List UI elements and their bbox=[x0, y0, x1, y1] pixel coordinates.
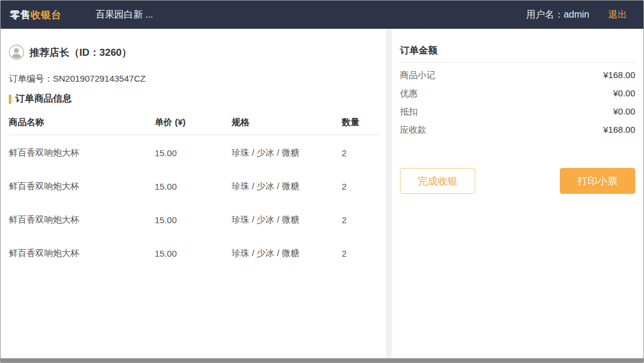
col-header-qty: 数量 bbox=[342, 117, 380, 128]
avatar-icon bbox=[9, 45, 24, 60]
item-name: 鲜百香双响炮大杯 bbox=[9, 181, 155, 192]
col-header-spec: 规格 bbox=[232, 117, 342, 128]
item-price: 15.00 bbox=[155, 215, 232, 225]
order-items-panel: 推荐店长（ID：3260） 订单编号：SN20190729143547CZ 订单… bbox=[1, 29, 386, 358]
app-title: 零售收银台 bbox=[10, 8, 62, 22]
item-spec: 珍珠 / 少冰 / 微糖 bbox=[232, 248, 342, 259]
app-title-suffix: 收银台 bbox=[31, 9, 62, 21]
item-name: 鲜百香双响炮大杯 bbox=[9, 214, 155, 226]
table-row: 鲜百香双响炮大杯 15.00 珍珠 / 少冰 / 微糖 2 bbox=[9, 169, 380, 202]
amount-row-receivable: 应收款 ¥168.00 bbox=[400, 125, 635, 136]
amount-row-discount: 优惠 ¥0.00 bbox=[400, 88, 635, 99]
item-spec: 珍珠 / 少冰 / 微糖 bbox=[232, 181, 342, 192]
section-header: 订单商品信息 bbox=[9, 93, 378, 105]
item-price: 15.00 bbox=[155, 182, 232, 191]
username-label: 用户名：admin bbox=[526, 9, 589, 21]
amount-row-deduction: 抵扣 ¥0.00 bbox=[400, 106, 635, 117]
complete-checkout-button[interactable]: 完成收银 bbox=[400, 168, 475, 194]
order-amount-panel: 订单金额 商品小记 ¥168.00 优惠 ¥0.00 抵扣 ¥0.00 应收款 … bbox=[392, 29, 643, 358]
table-row: 鲜百香双响炮大杯 15.00 珍珠 / 少冰 / 微糖 2 bbox=[9, 236, 380, 269]
pos-window: 零售收银台 百果园白新 ... 用户名：admin 退出 推荐店长（ID：326… bbox=[0, 0, 644, 363]
bottom-scrollbar[interactable] bbox=[1, 358, 643, 362]
col-header-price: 单价 (¥) bbox=[155, 117, 232, 128]
item-price: 15.00 bbox=[155, 148, 232, 158]
amount-value: ¥0.00 bbox=[613, 88, 635, 99]
amount-label: 应收款 bbox=[400, 125, 426, 136]
col-header-name: 商品名称 bbox=[9, 117, 155, 128]
topbar: 零售收银台 百果园白新 ... 用户名：admin 退出 bbox=[1, 1, 643, 29]
item-spec: 珍珠 / 少冰 / 微糖 bbox=[232, 214, 342, 226]
table-header-row: 商品名称 单价 (¥) 规格 数量 bbox=[9, 117, 380, 135]
item-qty: 2 bbox=[342, 148, 380, 158]
print-receipt-button[interactable]: 打印小票 bbox=[560, 168, 635, 194]
amount-panel-title: 订单金额 bbox=[400, 45, 635, 63]
amount-label: 商品小记 bbox=[400, 70, 435, 81]
logout-button[interactable]: 退出 bbox=[608, 9, 627, 21]
item-name: 鲜百香双响炮大杯 bbox=[9, 248, 155, 259]
section-accent-bar bbox=[9, 95, 11, 104]
app-title-prefix: 零售 bbox=[10, 9, 31, 21]
item-qty: 2 bbox=[342, 248, 380, 258]
table-row: 鲜百香双响炮大杯 15.00 珍珠 / 少冰 / 微糖 2 bbox=[9, 202, 380, 236]
section-title: 订单商品信息 bbox=[15, 93, 72, 105]
item-price: 15.00 bbox=[155, 248, 232, 258]
member-row: 推荐店长（ID：3260） bbox=[9, 45, 378, 60]
content-area: 推荐店长（ID：3260） 订单编号：SN20190729143547CZ 订单… bbox=[1, 29, 643, 358]
amount-label: 抵扣 bbox=[400, 106, 418, 117]
action-buttons: 完成收银 打印小票 bbox=[400, 168, 635, 194]
amount-value: ¥168.00 bbox=[603, 125, 635, 136]
amount-label: 优惠 bbox=[400, 88, 418, 99]
store-tab[interactable]: 百果园白新 ... bbox=[96, 9, 154, 21]
amount-row-subtotal: 商品小记 ¥168.00 bbox=[400, 70, 635, 81]
item-spec: 珍珠 / 少冰 / 微糖 bbox=[232, 147, 342, 159]
item-qty: 2 bbox=[342, 182, 380, 191]
items-table: 商品名称 单价 (¥) 规格 数量 鲜百香双响炮大杯 15.00 珍珠 / 少冰… bbox=[9, 117, 380, 269]
amount-value: ¥0.00 bbox=[613, 106, 635, 117]
item-name: 鲜百香双响炮大杯 bbox=[9, 147, 155, 159]
table-row: 鲜百香双响炮大杯 15.00 珍珠 / 少冰 / 微糖 2 bbox=[9, 135, 380, 169]
order-number: 订单编号：SN20190729143547CZ bbox=[9, 73, 378, 85]
member-label: 推荐店长（ID：3260） bbox=[29, 46, 132, 59]
amount-value: ¥168.00 bbox=[603, 70, 635, 81]
topbar-right: 用户名：admin 退出 bbox=[526, 9, 627, 21]
panel-divider bbox=[386, 29, 392, 358]
item-qty: 2 bbox=[342, 215, 380, 225]
